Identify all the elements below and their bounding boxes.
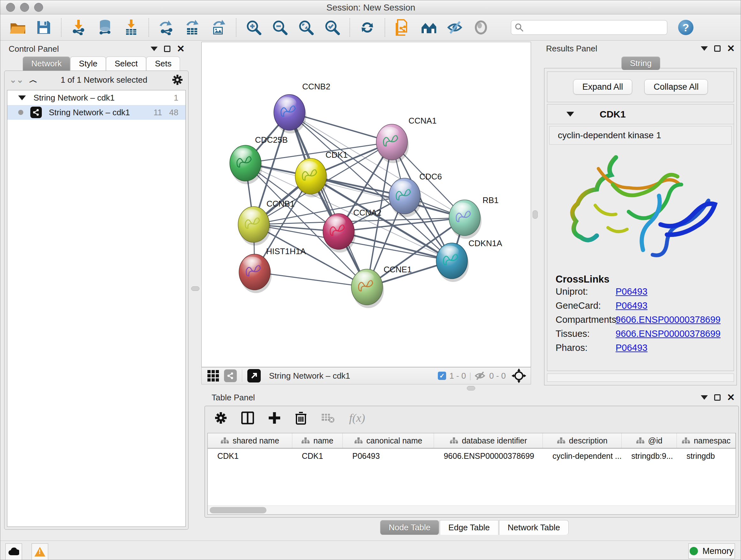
results-scrollbar-track[interactable] [547,374,734,382]
node-CCNB2[interactable]: CCNB2 [274,82,330,133]
float-panel-icon[interactable] [164,46,171,52]
hidden-eye-slash-icon[interactable] [475,371,486,381]
export-image-icon[interactable] [211,20,226,35]
warning-icon [35,547,45,557]
float-panel-icon[interactable] [714,45,721,52]
node-CCNA1[interactable]: CCNA1 [376,116,436,163]
node-CCNB1[interactable]: CCNB1 [238,199,294,246]
bottom-splitter-handle[interactable] [467,386,475,390]
network-options-gear-icon[interactable] [172,74,183,85]
collapse-panel-icon[interactable] [701,46,708,51]
export-network-icon[interactable] [158,20,174,35]
import-network-database-icon[interactable] [97,20,113,35]
network-canvas[interactable]: CCNB2 CCNA1 CDC25B CDK1 CDC6 RB1 CCNB1 C… [201,42,531,367]
table-row[interactable]: CDK1CDK1P064939606.ENSP00000378699cyclin… [208,449,736,463]
selected-nodes-checkbox-icon[interactable]: ✓ [438,372,446,380]
close-panel-icon[interactable]: ✕ [727,394,735,401]
open-session-icon[interactable] [10,20,25,35]
import-network-file-icon[interactable] [71,20,86,35]
show-grid-icon[interactable] [207,370,219,381]
birdseye-crosshair-icon[interactable] [512,368,526,383]
tab-string[interactable]: String [621,57,660,70]
tab-sets[interactable]: Sets [146,57,180,71]
node-label-CCNB2: CCNB2 [302,82,330,91]
tab-node-table[interactable]: Node Table [380,520,439,535]
open-in-new-window-icon[interactable] [247,369,261,382]
right-splitter-handle[interactable] [533,210,538,219]
save-session-icon[interactable] [36,20,51,35]
zoom-fit-icon[interactable] [298,20,314,35]
table-options-gear-icon[interactable] [214,412,227,424]
search-field[interactable] [511,20,667,35]
zoom-in-icon[interactable] [246,20,261,35]
show-graphics-details-eye-icon[interactable] [473,20,488,35]
show-columns-icon[interactable] [241,412,254,424]
memory-button[interactable]: Memory [688,543,735,559]
tab-edge-table[interactable]: Edge Table [440,520,498,535]
current-network-bullet-icon [18,110,23,115]
node-RB1[interactable]: RB1 [449,195,499,239]
close-panel-icon[interactable]: ✕ [177,46,185,52]
float-panel-icon[interactable] [714,394,721,401]
node-CDC25B[interactable]: CDC25B [230,135,288,184]
left-splitter-handle[interactable] [191,287,199,291]
control-panel-title: Control Panel [9,44,59,54]
table-scrollbar-thumb[interactable] [210,507,266,513]
export-table-icon[interactable] [185,20,200,35]
import-table-file-icon[interactable] [124,20,139,35]
zoom-out-icon[interactable] [272,20,287,35]
table-scrollbar-track[interactable] [208,505,736,514]
column-header--id[interactable]: @id [622,433,677,448]
collapse-panel-icon[interactable] [151,47,158,51]
collapse-tree-icon[interactable] [18,96,26,100]
zoom-selected-icon[interactable] [325,20,340,35]
edge-CCNA2-CDKN1A[interactable] [339,232,452,261]
node-label-CDK1: CDK1 [326,150,347,160]
node-CDKN1A[interactable]: CDKN1A [436,239,502,282]
collapse-panel-icon[interactable] [701,395,708,400]
network-overview-icon[interactable] [224,369,237,382]
node-HIST1H1A[interactable]: HIST1H1A [239,246,306,293]
tab-network[interactable]: Network [23,57,70,71]
collapse-all-button[interactable]: Collapse All [644,79,708,95]
column-header-database-identifier[interactable]: database identifier [434,433,543,448]
clone-network-icon[interactable] [395,20,410,35]
attribute-type-icon [220,437,229,444]
hide-selected-eye-icon[interactable] [447,20,462,35]
node-table[interactable]: shared namenamecanonical namedatabase id… [207,433,736,515]
crosslink-link[interactable]: 9606.ENSP00000378699 [616,314,721,325]
warnings-button[interactable] [31,543,48,560]
tab-network-table[interactable]: Network Table [499,520,569,535]
help-icon[interactable]: ? [678,20,693,35]
network-row[interactable]: String Network – cdk1 11 48 [7,105,185,120]
edge-CCNA1-CDC25B[interactable] [246,142,392,163]
crosslink-link[interactable]: P06493 [616,343,648,353]
delete-column-icon[interactable] [295,411,307,425]
string-network-graph[interactable]: CCNB2 CCNA1 CDC25B CDK1 CDC6 RB1 CCNB1 C… [202,42,531,367]
crosslink-row: Pharos: P06493 [556,343,734,353]
tab-select[interactable]: Select [106,57,146,71]
network-collection-row[interactable]: String Network – cdk1 1 [7,90,185,105]
close-panel-icon[interactable]: ✕ [727,45,735,52]
node-CCNE1[interactable]: CCNE1 [351,265,412,308]
string-home-icon[interactable] [421,20,436,35]
cloud-status-button[interactable] [5,543,22,560]
search-input[interactable] [524,22,658,33]
column-header-shared-name[interactable]: shared name [208,433,292,448]
crosslink-link[interactable]: 9606.ENSP00000378699 [616,328,721,339]
column-header-description[interactable]: description [543,433,622,448]
add-column-icon[interactable] [268,412,281,424]
crosslink-link[interactable]: P06493 [616,287,648,297]
network-selection-status: 1 of 1 Network selected [42,75,166,85]
column-header-name[interactable]: name [292,433,343,448]
expand-all-button[interactable]: Expand All [573,79,632,95]
column-header-namespac[interactable]: namespac [677,433,736,448]
edge-CCNB2-CCNE1[interactable] [289,112,367,287]
column-header-canonical-name[interactable]: canonical name [343,433,434,448]
crosslink-link[interactable]: P06493 [616,300,648,311]
collapse-all-networks-icon[interactable]: ︿ [29,76,37,84]
collapse-protein-icon[interactable] [566,112,574,117]
tab-style[interactable]: Style [70,57,106,71]
expand-all-networks-icon[interactable]: ⌄⌄ [10,76,23,84]
refresh-icon[interactable] [360,20,375,35]
